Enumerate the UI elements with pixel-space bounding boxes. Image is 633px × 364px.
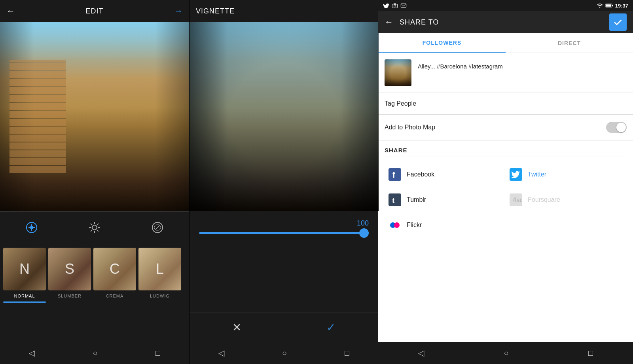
confirm-share-btn[interactable]	[609, 13, 627, 31]
svg-rect-22	[606, 4, 611, 7]
recents-nav-btn-share[interactable]: □	[588, 349, 593, 358]
twitter-label: Twitter	[528, 171, 546, 178]
share-foursquare[interactable]: 4sq Foursquare	[506, 187, 627, 212]
filter-crema-letter: C	[110, 261, 120, 277]
status-time: 19:37	[615, 3, 628, 9]
filter-ludwig-label: LUDWIG	[150, 294, 170, 298]
panel-vignette: VIGNETTE 100 ✕ ✓ ◁ ○ □	[189, 0, 378, 364]
twitter-share-icon	[509, 167, 523, 182]
edit-tools-bar	[0, 211, 189, 243]
foursquare-label: Foursquare	[528, 196, 560, 203]
home-nav-btn-vignette[interactable]: ○	[282, 349, 287, 358]
share-section: SHARE f Facebook	[378, 140, 633, 244]
filter-normal-letter: N	[19, 261, 30, 277]
filter-crema-label: CREMA	[106, 294, 124, 298]
vignette-title: VIGNETTE	[196, 7, 235, 15]
filter-slumber-label: SLUMBER	[58, 294, 81, 298]
tumblr-icon: t	[388, 193, 402, 207]
svg-point-17	[394, 5, 396, 7]
svg-text:4sq: 4sq	[513, 197, 522, 203]
filter-crema[interactable]: C CREMA	[93, 248, 136, 298]
home-nav-btn-edit[interactable]: ○	[93, 349, 97, 358]
filter-ludwig-thumb: L	[138, 248, 181, 290]
filter-slumber-thumb: S	[48, 248, 91, 290]
recents-nav-btn-vignette[interactable]: □	[345, 349, 349, 358]
battery-icon	[605, 3, 614, 8]
caption-row: Alley... #Barcelona #latestagram	[378, 53, 633, 93]
back-arrow-share[interactable]: ←	[385, 17, 393, 27]
slider-area: 100	[190, 211, 378, 242]
vignette-tool[interactable]	[149, 219, 166, 236]
tab-direct[interactable]: DIRECT	[506, 33, 633, 53]
camera-status-icon	[392, 3, 398, 8]
svg-line-12	[97, 224, 99, 225]
caption-thumbnail	[385, 59, 411, 86]
tab-followers[interactable]: FOLLOWERS	[378, 33, 506, 53]
adjust-tool[interactable]	[23, 219, 40, 236]
brightness-tool[interactable]	[86, 219, 103, 236]
back-arrow-edit[interactable]: ←	[6, 6, 15, 16]
share-grid: f Facebook Twitter	[385, 162, 627, 238]
vignette-bottom-nav: ◁ ○ □	[190, 342, 378, 364]
foursquare-icon: 4sq	[509, 193, 523, 207]
filter-normal-thumb: N	[3, 248, 46, 290]
slider-thumb[interactable]	[359, 228, 369, 238]
share-facebook[interactable]: f Facebook	[385, 162, 506, 187]
forward-arrow-edit[interactable]: →	[174, 6, 183, 16]
confirm-vignette-btn[interactable]: ✓	[326, 321, 335, 334]
edit-bottom-nav: ◁ ○ □	[0, 342, 189, 364]
filter-crema-thumb: C	[93, 248, 136, 290]
share-tumblr[interactable]: t Tumblr	[385, 187, 506, 212]
share-section-title: SHARE	[385, 147, 627, 157]
cancel-vignette-btn[interactable]: ✕	[232, 321, 241, 334]
svg-line-9	[91, 224, 92, 225]
svg-rect-26	[389, 193, 401, 206]
filter-slumber[interactable]: S SLUMBER	[48, 248, 91, 298]
svg-point-31	[394, 222, 400, 228]
mail-status-icon	[400, 3, 407, 8]
edit-photo	[0, 22, 189, 211]
svg-line-10	[97, 230, 99, 231]
share-bottom-nav: ◁ ○ □	[378, 342, 633, 364]
back-nav-btn-share[interactable]: ◁	[418, 348, 424, 358]
check-icon	[613, 17, 623, 27]
alley-image	[0, 22, 189, 211]
photo-map-toggle[interactable]	[606, 122, 627, 133]
tag-people-row[interactable]: Tag People	[378, 93, 633, 115]
panel-share: 19:37 ← SHARE TO FOLLOWERS DIRECT Alley.…	[378, 0, 633, 364]
status-left-icons	[383, 3, 407, 8]
facebook-icon: f	[388, 167, 402, 182]
filter-normal[interactable]: N NORMAL	[3, 248, 46, 303]
share-flickr[interactable]: Flickr	[385, 212, 506, 238]
share-twitter[interactable]: Twitter	[506, 162, 627, 187]
facebook-label: Facebook	[407, 171, 434, 178]
flickr-icon	[388, 218, 402, 232]
back-nav-btn-edit[interactable]: ◁	[29, 348, 35, 358]
android-status-bar: 19:37	[378, 0, 633, 11]
recents-nav-btn-edit[interactable]: □	[155, 349, 160, 358]
back-nav-btn-vignette[interactable]: ◁	[218, 348, 224, 358]
svg-text:f: f	[392, 171, 395, 179]
svg-line-11	[91, 230, 92, 231]
filter-ludwig[interactable]: L LUDWIG	[138, 248, 181, 298]
svg-point-4	[92, 225, 97, 230]
caption-input[interactable]: Alley... #Barcelona #latestagram	[418, 63, 627, 83]
filters-row: N NORMAL S SLUMBER C CREMA L LUDWIG	[0, 243, 189, 306]
toggle-knob	[616, 123, 626, 132]
slider-track[interactable]	[199, 232, 369, 234]
photo-map-row[interactable]: Add to Photo Map	[378, 115, 633, 140]
panel-edit: ← EDIT →	[0, 0, 189, 364]
vignette-header: VIGNETTE	[190, 0, 378, 22]
home-nav-btn-share[interactable]: ○	[504, 349, 508, 358]
svg-rect-21	[612, 5, 613, 6]
share-header: ← SHARE TO	[378, 11, 633, 33]
filter-slumber-letter: S	[65, 261, 74, 277]
slider-value: 100	[199, 219, 369, 228]
svg-text:t: t	[392, 196, 395, 205]
edit-title: EDIT	[85, 7, 103, 15]
share-tabs: FOLLOWERS DIRECT	[378, 33, 633, 53]
edit-header: ← EDIT →	[0, 0, 189, 22]
photo-map-label: Add to Photo Map	[385, 124, 435, 131]
twitter-status-icon	[383, 3, 389, 8]
svg-rect-16	[392, 4, 397, 8]
